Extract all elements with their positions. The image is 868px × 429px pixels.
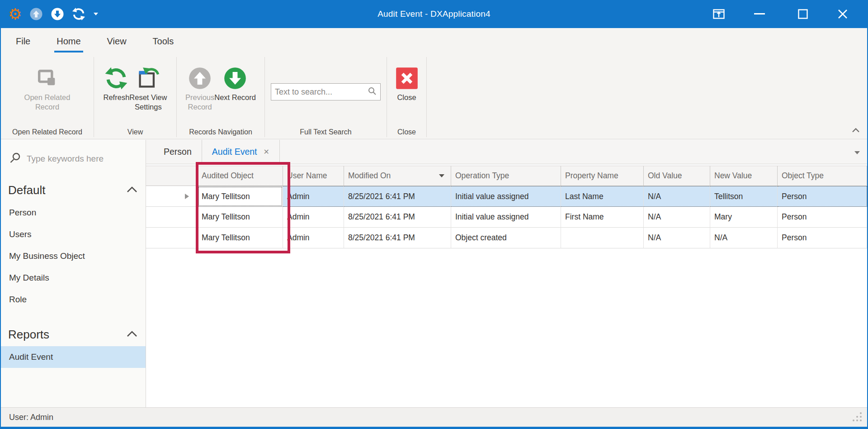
close-view-button[interactable]: Close bbox=[395, 54, 419, 102]
grid-cell[interactable]: Object created bbox=[451, 228, 561, 248]
next-record-button[interactable]: Next Record bbox=[214, 54, 256, 102]
table-row[interactable]: Mary TellitsonAdmin8/25/2021 6:41 PMObje… bbox=[146, 228, 867, 248]
column-header-new-value[interactable]: New Value bbox=[710, 166, 778, 186]
sidebar-item-my-details[interactable]: My Details bbox=[1, 267, 146, 289]
grid-cell[interactable]: N/A bbox=[644, 207, 710, 228]
previous-record-button[interactable]: Previous Record bbox=[185, 54, 214, 112]
tab-list-dropdown-icon[interactable] bbox=[854, 151, 860, 154]
table-row[interactable]: Mary TellitsonAdmin8/25/2021 6:41 PMInit… bbox=[146, 207, 867, 228]
grid-cell[interactable]: Admin bbox=[283, 207, 344, 228]
column-header-modified-on[interactable]: Modified On bbox=[344, 166, 451, 186]
previous-record-icon bbox=[188, 67, 212, 92]
sidebar-item-my-business-object[interactable]: My Business Object bbox=[1, 245, 146, 267]
sidebar-search-input[interactable] bbox=[27, 154, 131, 164]
ribbon-tab-tools[interactable]: Tools bbox=[151, 28, 175, 54]
collapse-ribbon-chevron-icon[interactable] bbox=[852, 126, 860, 134]
audit-event-grid: Audited ObjectUser NameModified OnOperat… bbox=[146, 166, 867, 248]
tab-close-icon[interactable]: ✕ bbox=[264, 148, 269, 156]
sort-descending-icon bbox=[439, 174, 444, 177]
qat-dropdown-icon[interactable] bbox=[93, 12, 99, 16]
column-header-old-value[interactable]: Old Value bbox=[644, 166, 710, 186]
grid-cell[interactable]: N/A bbox=[644, 228, 710, 248]
sidebar-group-label: Default bbox=[8, 183, 45, 197]
column-header-label: Old Value bbox=[648, 171, 707, 181]
qat-refresh-icon[interactable] bbox=[72, 7, 85, 21]
resize-grip[interactable] bbox=[852, 411, 863, 424]
grid-cell[interactable]: 8/25/2021 6:41 PM bbox=[344, 186, 451, 207]
grid-cell[interactable]: First Name bbox=[561, 207, 644, 228]
column-header-user-name[interactable]: User Name bbox=[283, 166, 344, 186]
sidebar-group-header-reports[interactable]: Reports bbox=[8, 328, 137, 342]
sidebar-search bbox=[9, 152, 146, 166]
tab-label: Audit Event bbox=[212, 147, 257, 157]
grid-cell[interactable]: 8/25/2021 6:41 PM bbox=[344, 228, 451, 248]
ribbon-group-open-related-record: Open Related Record Open Related Record bbox=[1, 54, 94, 139]
show-above-ribbon-button[interactable] bbox=[707, 0, 731, 28]
open-related-record-button[interactable]: Open Related Record bbox=[24, 54, 71, 112]
group-caption-view: View bbox=[94, 128, 176, 136]
minimize-button[interactable] bbox=[748, 0, 771, 28]
grid-cell[interactable]: Mary Tellitson bbox=[198, 186, 283, 207]
full-text-search-input[interactable] bbox=[275, 87, 368, 97]
sidebar-search-icon bbox=[9, 152, 21, 166]
sidebar-item-users[interactable]: Users bbox=[1, 224, 146, 245]
app-logo-gear-icon[interactable]: ⚙ bbox=[8, 6, 22, 22]
chevron-up-icon[interactable] bbox=[127, 186, 137, 195]
tab-person[interactable]: Person bbox=[154, 140, 202, 164]
tab-audit-event[interactable]: Audit Event✕ bbox=[202, 140, 280, 164]
column-header-label: New Value bbox=[714, 171, 774, 181]
grid-cell[interactable] bbox=[561, 228, 644, 248]
grid-cell[interactable]: Person bbox=[778, 228, 867, 248]
group-caption-records-navigation: Records Navigation bbox=[177, 128, 264, 136]
sidebar-item-role[interactable]: Role bbox=[1, 289, 146, 310]
column-header-label: Property Name bbox=[565, 171, 641, 181]
sidebar-group-label: Reports bbox=[8, 328, 49, 342]
sidebar-item-person[interactable]: Person bbox=[1, 202, 146, 224]
qat-next-record-icon[interactable] bbox=[51, 7, 64, 21]
ribbon-tab-view[interactable]: View bbox=[106, 28, 128, 54]
ribbon-tab-file[interactable]: File bbox=[14, 28, 32, 54]
ribbon-group-close: Close Close bbox=[387, 54, 426, 139]
column-header-audited-object[interactable]: Audited Object bbox=[198, 166, 283, 186]
window-close-button[interactable] bbox=[831, 0, 854, 28]
sidebar-group-header-default[interactable]: Default bbox=[8, 183, 137, 197]
search-icon[interactable] bbox=[368, 86, 377, 97]
grid-cell[interactable]: Person bbox=[778, 186, 867, 207]
focused-row-arrow-icon bbox=[185, 194, 189, 199]
table-row[interactable]: Mary TellitsonAdmin8/25/2021 6:41 PMInit… bbox=[146, 186, 867, 207]
maximize-button[interactable] bbox=[791, 0, 815, 28]
grid-cell[interactable]: Tellitson bbox=[710, 186, 778, 207]
refresh-button[interactable]: Refresh bbox=[104, 54, 130, 102]
sidebar-item-audit-event[interactable]: Audit Event bbox=[1, 346, 146, 368]
column-header-label: Operation Type bbox=[455, 171, 558, 181]
document-tabstrip: PersonAudit Event✕ bbox=[146, 140, 867, 164]
grid-cell[interactable]: N/A bbox=[710, 228, 778, 248]
reset-view-settings-icon bbox=[137, 67, 160, 92]
grid-cell[interactable]: Mary Tellitson bbox=[198, 228, 283, 248]
grid-cell[interactable]: Mary Tellitson bbox=[198, 207, 283, 228]
ribbon-group-full-text-search: Full Text Search bbox=[265, 54, 387, 139]
grid-cell[interactable]: Initial value assigned bbox=[451, 186, 561, 207]
chevron-up-icon[interactable] bbox=[127, 331, 137, 339]
ribbon-tab-home[interactable]: Home bbox=[55, 28, 82, 54]
group-caption-open-related-record: Open Related Record bbox=[1, 128, 94, 136]
row-indicator-cell bbox=[146, 228, 198, 248]
group-caption-full-text-search: Full Text Search bbox=[265, 128, 387, 136]
reset-view-settings-button[interactable]: Reset View Settings bbox=[129, 54, 167, 112]
grid-cell[interactable]: Person bbox=[778, 207, 867, 228]
grid-cell[interactable]: 8/25/2021 6:41 PM bbox=[344, 207, 451, 228]
grid-indicator-header bbox=[146, 166, 198, 186]
app-window: ⚙ Audit Event - DXApplication4 bbox=[0, 0, 868, 429]
grid-cell[interactable]: Last Name bbox=[561, 186, 644, 207]
column-header-operation-type[interactable]: Operation Type bbox=[451, 166, 561, 186]
grid-cell[interactable]: Admin bbox=[283, 228, 344, 248]
grid-cell[interactable]: Admin bbox=[283, 186, 344, 207]
row-indicator-cell bbox=[146, 186, 198, 207]
column-header-object-type[interactable]: Object Type bbox=[778, 166, 867, 186]
grid-cell[interactable]: Mary bbox=[710, 207, 778, 228]
qat-previous-record-icon[interactable] bbox=[29, 7, 43, 21]
grid-cell[interactable]: N/A bbox=[644, 186, 710, 207]
content-area: PersonAudit Event✕ Audited ObjectUser Na… bbox=[146, 140, 867, 407]
grid-cell[interactable]: Initial value assigned bbox=[451, 207, 561, 228]
column-header-property-name[interactable]: Property Name bbox=[561, 166, 644, 186]
